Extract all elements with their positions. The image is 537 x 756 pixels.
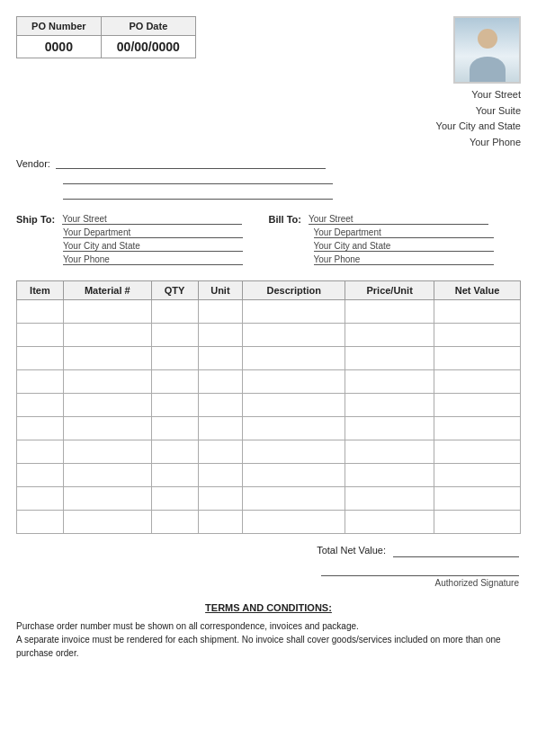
bill-to-phone-field[interactable] xyxy=(314,254,494,265)
company-phone: Your Phone xyxy=(436,135,521,151)
table-cell xyxy=(434,347,521,370)
table-cell xyxy=(17,440,64,464)
terms-section: Purchase order number must be shown on a… xyxy=(16,619,521,660)
table-cell xyxy=(434,511,521,534)
vendor-field-3[interactable] xyxy=(63,188,333,200)
col-description: Description xyxy=(243,281,345,300)
bill-to-street-row: Bill To: xyxy=(269,214,522,225)
total-value-field[interactable] xyxy=(393,543,519,557)
table-cell xyxy=(198,464,243,487)
table-cell xyxy=(198,394,243,417)
table-cell xyxy=(345,464,434,487)
table-cell xyxy=(151,394,198,417)
company-city-state: Your City and State xyxy=(436,119,521,135)
table-cell xyxy=(198,347,243,370)
ship-to-dept-row xyxy=(63,227,269,238)
table-cell xyxy=(63,440,151,464)
table-cell xyxy=(243,370,345,394)
ship-to-block: Ship To: xyxy=(16,214,269,268)
table-row xyxy=(17,394,521,417)
vendor-field-1[interactable] xyxy=(56,157,326,169)
table-cell xyxy=(63,370,151,394)
table-row xyxy=(17,324,521,347)
table-cell xyxy=(151,347,198,370)
items-table: Item Material # QTY Unit Description Pri… xyxy=(16,280,521,534)
table-row xyxy=(17,487,521,511)
table-cell xyxy=(434,464,521,487)
vendor-section: Vendor: xyxy=(16,157,521,200)
person-body-icon xyxy=(470,57,506,82)
bill-to-dept-field[interactable] xyxy=(314,227,494,238)
ship-to-street-row: Ship To: xyxy=(16,214,269,225)
table-cell xyxy=(345,394,434,417)
table-row xyxy=(17,417,521,440)
table-cell xyxy=(151,440,198,464)
company-address: Your Street Your Suite Your City and Sta… xyxy=(436,87,521,150)
table-cell xyxy=(17,464,64,487)
po-table: PO Number PO Date 0000 00/00/0000 xyxy=(16,16,196,58)
table-cell xyxy=(345,440,434,464)
table-cell xyxy=(63,300,151,324)
table-cell xyxy=(151,464,198,487)
table-cell xyxy=(151,511,198,534)
table-cell xyxy=(243,440,345,464)
table-cell xyxy=(17,394,64,417)
total-label: Total Net Value: xyxy=(317,545,386,556)
bill-to-city-field[interactable] xyxy=(314,241,494,252)
vendor-field-2[interactable] xyxy=(63,173,333,184)
bill-to-street-field[interactable] xyxy=(309,214,488,225)
table-cell xyxy=(63,511,151,534)
table-row xyxy=(17,511,521,534)
table-cell xyxy=(345,300,434,324)
table-row xyxy=(17,440,521,464)
signature-label: Authorized Signature xyxy=(321,578,519,588)
table-cell xyxy=(434,300,521,324)
table-cell xyxy=(243,417,345,440)
table-cell xyxy=(345,370,434,394)
header-section: PO Number PO Date 0000 00/00/0000 Your S… xyxy=(16,16,521,150)
table-row xyxy=(17,370,521,394)
table-row xyxy=(17,347,521,370)
table-cell xyxy=(243,487,345,511)
col-unit: Unit xyxy=(198,281,243,300)
table-cell xyxy=(17,347,64,370)
table-cell xyxy=(198,487,243,511)
po-date-value: 00/00/0000 xyxy=(101,36,195,58)
ship-to-dept-field[interactable] xyxy=(63,227,243,238)
col-item: Item xyxy=(17,281,64,300)
ship-bill-section: Ship To: Bill To: xyxy=(16,214,521,268)
table-cell xyxy=(198,511,243,534)
table-cell xyxy=(243,464,345,487)
ship-to-city-field[interactable] xyxy=(63,241,243,252)
vendor-label: Vendor: xyxy=(16,158,50,169)
ship-to-phone-row xyxy=(63,254,269,265)
signature-line xyxy=(321,575,519,576)
table-cell xyxy=(63,394,151,417)
table-cell xyxy=(243,300,345,324)
bill-to-dept-row xyxy=(314,227,522,238)
person-head-icon xyxy=(478,29,497,49)
table-cell xyxy=(198,440,243,464)
table-cell xyxy=(151,300,198,324)
ship-to-phone-field[interactable] xyxy=(63,254,243,265)
bill-to-city-row xyxy=(314,241,522,252)
table-cell xyxy=(434,417,521,440)
table-row xyxy=(17,300,521,324)
terms-title: TERMS AND CONDITIONS: xyxy=(16,600,521,616)
vendor-row-2 xyxy=(63,173,521,184)
po-date-header: PO Date xyxy=(101,17,195,36)
table-cell xyxy=(17,370,64,394)
bill-to-label: Bill To: xyxy=(269,214,301,225)
table-cell xyxy=(198,370,243,394)
terms-section: TERMS AND CONDITIONS: Purchase order num… xyxy=(16,600,521,660)
table-cell xyxy=(345,511,434,534)
company-suite: Your Suite xyxy=(436,103,521,120)
table-cell xyxy=(17,324,64,347)
ship-to-street-field[interactable] xyxy=(62,214,242,225)
table-cell xyxy=(151,324,198,347)
po-info-block: PO Number PO Date 0000 00/00/0000 xyxy=(16,16,196,58)
po-number-header: PO Number xyxy=(17,17,102,36)
table-cell xyxy=(198,300,243,324)
table-cell xyxy=(17,511,64,534)
table-cell xyxy=(434,324,521,347)
